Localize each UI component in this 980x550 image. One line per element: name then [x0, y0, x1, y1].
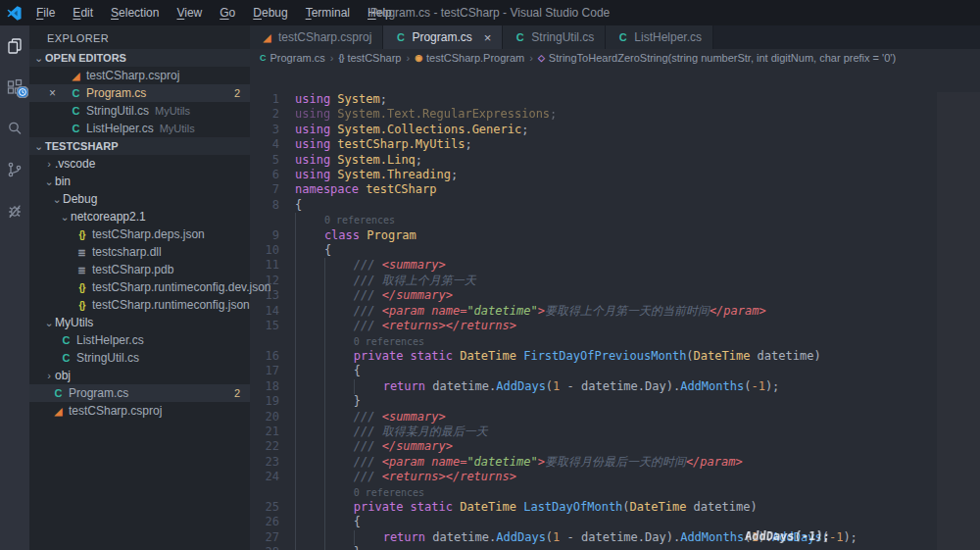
open-editor-StringUtil.cs[interactable]: CStringUtil.csMyUtils: [29, 102, 250, 120]
line-number[interactable]: 28: [250, 545, 295, 550]
menu-view[interactable]: View: [168, 0, 211, 25]
code-line-26[interactable]: 26{: [250, 515, 980, 529]
tree-item-testcsharp.dll[interactable]: ≣testcsharp.dll: [29, 243, 250, 261]
breadcrumb-item[interactable]: {}testCSharp: [338, 52, 401, 64]
code-line-7[interactable]: 7namespace testCSharp: [250, 182, 980, 197]
tree-item-ListHelper.cs[interactable]: CListHelper.cs: [29, 331, 250, 349]
tree-item-Program.cs[interactable]: CProgram.cs2: [29, 384, 250, 402]
line-number[interactable]: 1: [250, 92, 295, 107]
code-line-1[interactable]: 1using System;: [250, 92, 980, 107]
code-line-19[interactable]: 19}: [250, 394, 980, 409]
search-icon[interactable]: [0, 108, 29, 149]
line-number[interactable]: 19: [250, 394, 295, 409]
tab-ListHelper.cs[interactable]: CListHelper.cs: [606, 25, 713, 49]
explorer-icon[interactable]: [0, 25, 29, 67]
code-line-18[interactable]: 18return datetime.AddDays(1 - datetime.D…: [250, 379, 980, 394]
code-line-21[interactable]: 21/// 取得某月的最后一天: [250, 425, 980, 439]
open-editors-header[interactable]: ⌄ OPEN EDITORS: [29, 49, 250, 67]
open-editor-ListHelper.cs[interactable]: CListHelper.csMyUtils: [29, 120, 250, 137]
menu-terminal[interactable]: Terminal: [297, 0, 359, 25]
line-number[interactable]: [250, 213, 295, 227]
menu-debug[interactable]: Debug: [244, 0, 296, 25]
extensions-icon[interactable]: [0, 67, 29, 108]
tree-item-testCSharp.deps.json[interactable]: {}testCSharp.deps.json: [29, 225, 250, 243]
tree-item-testCSharp.runtimeconfig.dev.json[interactable]: {}testCSharp.runtimeconfig.dev.json: [29, 278, 250, 296]
close-icon[interactable]: ×: [484, 30, 492, 45]
line-number[interactable]: 7: [250, 182, 295, 197]
code-line-6[interactable]: 6using System.Threading;: [250, 168, 980, 182]
menu-edit[interactable]: Edit: [64, 0, 102, 25]
line-number[interactable]: 16: [250, 349, 295, 364]
open-editor-testCSharp.csproj[interactable]: ◢testCSharp.csproj: [29, 67, 250, 84]
code-line-25[interactable]: 25private static DateTime LastDayOfMonth…: [250, 500, 980, 515]
code-line-23[interactable]: 23/// <param name="datetime">要取得月份最后一天的时…: [250, 455, 980, 470]
line-number[interactable]: 24: [250, 470, 295, 484]
codelens-references[interactable]: 0 references: [354, 336, 424, 347]
line-number[interactable]: 3: [250, 123, 295, 137]
line-number[interactable]: 27: [250, 530, 295, 545]
code-line-14[interactable]: 14/// <param name="datetime">要取得上个月第一天的当…: [250, 304, 980, 319]
line-number[interactable]: 6: [250, 168, 295, 182]
line-number[interactable]: 21: [250, 425, 295, 439]
line-number[interactable]: 10: [250, 243, 295, 258]
menu-file[interactable]: File: [27, 0, 64, 25]
line-number[interactable]: 2: [250, 107, 295, 122]
breadcrumb-item[interactable]: ◉testCSharp.Program: [415, 52, 524, 64]
code-line-17[interactable]: 17{: [250, 364, 980, 378]
code-line-16[interactable]: 16private static DateTime FirstDayOfPrev…: [250, 349, 980, 364]
tree-item-obj[interactable]: ›obj: [29, 367, 250, 384]
debug-icon[interactable]: [0, 190, 29, 231]
code-line-3[interactable]: 3using System.Collections.Generic;: [250, 123, 980, 137]
minimap[interactable]: [937, 92, 980, 550]
tree-item-MyUtils[interactable]: ⌄MyUtils: [29, 314, 250, 331]
code-line-10[interactable]: 10{: [250, 243, 980, 258]
tab-testCSharp.csproj[interactable]: ◢testCSharp.csproj: [250, 25, 383, 49]
tree-item-.vscode[interactable]: ›.vscode: [29, 155, 250, 173]
code-line-9[interactable]: 9class Program: [250, 228, 980, 243]
line-number[interactable]: 26: [250, 515, 295, 529]
breadcrumb-item[interactable]: CProgram.cs: [260, 52, 325, 64]
codelens-references[interactable]: 0 references: [324, 215, 395, 225]
line-number[interactable]: 18: [250, 379, 295, 394]
line-number[interactable]: 17: [250, 364, 295, 378]
line-number[interactable]: 5: [250, 153, 295, 168]
tree-item-testCSharp.csproj[interactable]: ◢testCSharp.csproj: [29, 402, 250, 420]
code-line-2[interactable]: 2using System.Text.RegularExpressions;: [250, 107, 980, 122]
close-icon[interactable]: ×: [49, 86, 56, 100]
tree-item-StringUtil.cs[interactable]: CStringUtil.cs: [29, 349, 250, 367]
code-line-4[interactable]: 4using testCSharp.MyUtils;: [250, 137, 980, 152]
code-line-24[interactable]: 24/// <returns></returns>: [250, 470, 980, 484]
code-line-5[interactable]: 5using System.Linq;: [250, 153, 980, 168]
menu-selection[interactable]: Selection: [102, 0, 168, 25]
line-number[interactable]: 20: [250, 410, 295, 425]
code-line-27[interactable]: 27return datetime.AddDays(1 - datetime.D…: [250, 530, 980, 545]
code-line-15[interactable]: 15/// <returns></returns>: [250, 319, 980, 333]
line-number[interactable]: 9: [250, 228, 295, 243]
tree-item-testCSharp.pdb[interactable]: ≣testCSharp.pdb: [29, 261, 250, 278]
codelens-row[interactable]: 0 references: [250, 485, 980, 500]
line-number[interactable]: [250, 485, 295, 500]
tab-Program.cs[interactable]: CProgram.cs×: [383, 25, 503, 49]
tree-item-testCSharp.runtimeconfig.json[interactable]: {}testCSharp.runtimeconfig.json: [29, 296, 250, 314]
line-number[interactable]: 8: [250, 198, 295, 213]
code-line-8[interactable]: 8{: [250, 198, 980, 213]
code-line-13[interactable]: 13/// </summary>: [250, 288, 980, 303]
code-line-20[interactable]: 20/// <summary>: [250, 410, 980, 425]
code-line-28[interactable]: 28}: [250, 545, 980, 550]
line-number[interactable]: [250, 334, 295, 349]
code-line-12[interactable]: 12/// 取得上个月第一天: [250, 274, 980, 288]
folder-section-header[interactable]: ⌄ TESTCSHARP: [29, 137, 250, 155]
code-line-11[interactable]: 11/// <summary>: [250, 258, 980, 273]
menu-go[interactable]: Go: [211, 0, 244, 25]
line-number[interactable]: 4: [250, 137, 295, 152]
line-number[interactable]: 23: [250, 455, 295, 470]
source-control-icon[interactable]: [0, 149, 29, 190]
code-line-22[interactable]: 22/// </summary>: [250, 439, 980, 454]
breadcrumb-item[interactable]: ◇StringToHeardZeroString(string numberSt…: [538, 52, 896, 64]
line-number[interactable]: 11: [250, 258, 295, 273]
tree-item-netcoreapp2.1[interactable]: ⌄netcoreapp2.1: [29, 208, 250, 225]
codelens-references[interactable]: 0 references: [354, 487, 424, 498]
tree-item-bin[interactable]: ⌄bin: [29, 173, 250, 190]
line-number[interactable]: 15: [250, 319, 295, 333]
tab-StringUtil.cs[interactable]: CStringUtil.cs: [503, 25, 606, 49]
